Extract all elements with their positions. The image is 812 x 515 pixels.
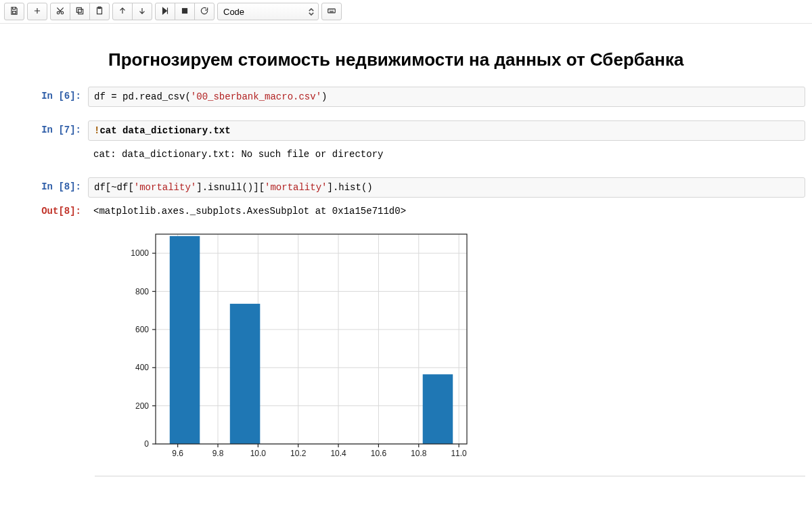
code-text: ): [321, 91, 327, 102]
keyboard-icon: [327, 6, 336, 18]
paste-icon: [95, 6, 104, 18]
step-forward-icon: [160, 6, 170, 18]
svg-text:1000: 1000: [131, 248, 149, 258]
svg-rect-23: [170, 236, 200, 444]
arrow-up-icon: [118, 6, 127, 18]
svg-rect-24: [230, 304, 261, 444]
chart-output: 9.69.810.010.210.410.610.811.00200400600…: [88, 221, 805, 466]
save-button[interactable]: [4, 3, 24, 20]
stop-icon: [180, 6, 189, 18]
code-string: 'mortality': [265, 182, 327, 193]
svg-point-1: [57, 12, 60, 14]
cut-button[interactable]: [50, 3, 70, 20]
code-text: cat data_dictionary.txt: [99, 125, 230, 136]
cell-type-select[interactable]: Code: [217, 3, 319, 20]
svg-text:400: 400: [135, 363, 149, 372]
svg-text:9.6: 9.6: [172, 449, 183, 458]
edit-group: [50, 3, 110, 20]
svg-text:10.2: 10.2: [290, 449, 307, 458]
output-cell: Out[8]: <matplotlib.axes._subplots.AxesS…: [7, 202, 805, 466]
notebook-title: Прогнозируем стоимость недвижимости на д…: [108, 49, 805, 70]
toolbar: Code: [0, 0, 812, 24]
result-repr: <matplotlib.axes._subplots.AxesSubplot a…: [88, 202, 805, 221]
run-button[interactable]: [155, 3, 175, 20]
svg-text:11.0: 11.0: [451, 449, 467, 458]
input-prompt: In [7]:: [7, 120, 88, 141]
svg-rect-26: [156, 234, 467, 444]
svg-text:10.0: 10.0: [250, 449, 267, 458]
code-text: df[~df[: [94, 182, 134, 193]
move-up-button[interactable]: [112, 3, 133, 20]
code-input[interactable]: df = pd.read_csv('00_sberbank_macro.csv'…: [88, 87, 805, 107]
move-down-button[interactable]: [132, 3, 152, 20]
code-cell: In [6]: df = pd.read_csv('00_sberbank_ma…: [7, 87, 805, 107]
svg-text:9.8: 9.8: [212, 449, 224, 458]
code-text: ].isnull()][: [196, 182, 265, 193]
empty-prompt: [7, 145, 88, 164]
plus-icon: [32, 6, 42, 18]
svg-rect-3: [78, 9, 83, 14]
code-text: ].hist(): [327, 182, 372, 193]
command-palette-button[interactable]: [321, 3, 342, 20]
interrupt-button[interactable]: [175, 3, 195, 20]
select-arrows-icon: [309, 8, 314, 16]
code-string: '00_sberbank_macro.csv': [191, 91, 321, 102]
arrow-down-icon: [137, 6, 147, 18]
svg-rect-8: [328, 9, 336, 13]
svg-text:200: 200: [135, 401, 149, 411]
save-icon: [9, 6, 19, 18]
cell-divider: [95, 476, 805, 476]
input-prompt: In [8]:: [7, 177, 88, 198]
insert-cell-button[interactable]: [27, 3, 47, 20]
svg-rect-25: [423, 374, 453, 444]
histogram-chart: 9.69.810.010.210.410.610.811.00200400600…: [115, 227, 474, 464]
svg-rect-7: [183, 8, 187, 13]
code-string: 'mortality': [134, 182, 196, 193]
scissors-icon: [55, 6, 65, 18]
cell-type-label: Code: [223, 7, 244, 17]
notebook-area: Прогнозируем стоимость недвижимости на д…: [0, 24, 812, 490]
svg-point-2: [61, 12, 64, 14]
svg-text:800: 800: [135, 287, 149, 296]
code-input[interactable]: !cat data_dictionary.txt: [88, 120, 805, 141]
output-cell: cat: data_dictionary.txt: No such file o…: [7, 145, 805, 164]
stdout-output: cat: data_dictionary.txt: No such file o…: [88, 145, 805, 164]
code-input[interactable]: df[~df['mortality'].isnull()]['mortality…: [88, 177, 805, 198]
code-cell: In [8]: df[~df['mortality'].isnull()]['m…: [7, 177, 805, 198]
copy-icon: [75, 6, 85, 18]
copy-button[interactable]: [70, 3, 90, 20]
move-group: [112, 3, 152, 20]
run-group: [155, 3, 215, 20]
input-prompt: In [6]:: [7, 87, 88, 107]
code-cell: In [7]: !cat data_dictionary.txt: [7, 120, 805, 141]
svg-text:10.4: 10.4: [330, 449, 346, 458]
svg-rect-0: [13, 11, 16, 13]
restart-button[interactable]: [194, 3, 215, 20]
svg-text:10.8: 10.8: [411, 449, 427, 458]
svg-rect-4: [76, 7, 81, 12]
code-text: df = pd.read_csv(: [94, 91, 191, 102]
paste-button[interactable]: [89, 3, 110, 20]
svg-text:10.6: 10.6: [371, 449, 387, 458]
restart-icon: [200, 6, 209, 18]
output-prompt: Out[8]:: [7, 202, 88, 466]
svg-text:600: 600: [135, 325, 149, 334]
svg-text:0: 0: [144, 439, 149, 449]
